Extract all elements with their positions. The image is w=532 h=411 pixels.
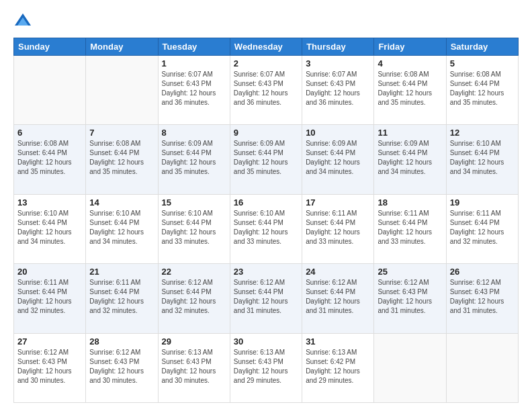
day-detail: Sunrise: 6:11 AM Sunset: 6:44 PM Dayligh… xyxy=(306,209,370,246)
calendar-cell: 30Sunrise: 6:13 AM Sunset: 6:43 PM Dayli… xyxy=(230,333,302,402)
calendar-cell: 12Sunrise: 6:10 AM Sunset: 6:44 PM Dayli… xyxy=(446,125,518,194)
header xyxy=(13,12,519,31)
day-number: 29 xyxy=(162,336,226,347)
day-number: 13 xyxy=(17,197,82,208)
calendar-cell: 24Sunrise: 6:12 AM Sunset: 6:44 PM Dayli… xyxy=(302,264,374,333)
day-detail: Sunrise: 6:07 AM Sunset: 6:43 PM Dayligh… xyxy=(162,70,226,107)
day-number: 11 xyxy=(378,128,442,138)
calendar-cell: 31Sunrise: 6:13 AM Sunset: 6:42 PM Dayli… xyxy=(302,333,374,402)
calendar-day-header: Thursday xyxy=(302,38,374,56)
day-detail: Sunrise: 6:09 AM Sunset: 6:44 PM Dayligh… xyxy=(306,139,370,177)
calendar-cell: 14Sunrise: 6:10 AM Sunset: 6:44 PM Dayli… xyxy=(86,194,158,263)
day-number: 15 xyxy=(162,197,226,208)
day-detail: Sunrise: 6:09 AM Sunset: 6:44 PM Dayligh… xyxy=(162,139,226,177)
calendar-cell: 8Sunrise: 6:09 AM Sunset: 6:44 PM Daylig… xyxy=(158,125,230,194)
calendar-cell xyxy=(86,56,158,125)
day-number: 12 xyxy=(450,128,515,138)
day-number: 21 xyxy=(89,267,154,277)
day-detail: Sunrise: 6:13 AM Sunset: 6:43 PM Dayligh… xyxy=(162,348,226,385)
day-detail: Sunrise: 6:08 AM Sunset: 6:44 PM Dayligh… xyxy=(89,139,154,177)
calendar-week-row: 27Sunrise: 6:12 AM Sunset: 6:43 PM Dayli… xyxy=(14,333,519,402)
calendar-header-row: SundayMondayTuesdayWednesdayThursdayFrid… xyxy=(14,38,519,56)
calendar-cell: 9Sunrise: 6:09 AM Sunset: 6:44 PM Daylig… xyxy=(230,125,302,194)
calendar-cell: 16Sunrise: 6:10 AM Sunset: 6:44 PM Dayli… xyxy=(230,194,302,263)
calendar-cell: 3Sunrise: 6:07 AM Sunset: 6:43 PM Daylig… xyxy=(302,56,374,125)
day-number: 20 xyxy=(17,267,82,277)
day-detail: Sunrise: 6:10 AM Sunset: 6:44 PM Dayligh… xyxy=(234,209,298,246)
calendar-week-row: 1Sunrise: 6:07 AM Sunset: 6:43 PM Daylig… xyxy=(14,56,519,125)
calendar-week-row: 13Sunrise: 6:10 AM Sunset: 6:44 PM Dayli… xyxy=(14,194,519,263)
day-number: 6 xyxy=(17,128,82,138)
day-detail: Sunrise: 6:10 AM Sunset: 6:44 PM Dayligh… xyxy=(89,209,154,246)
calendar-day-header: Sunday xyxy=(14,38,86,56)
calendar-cell: 6Sunrise: 6:08 AM Sunset: 6:44 PM Daylig… xyxy=(14,125,86,194)
day-detail: Sunrise: 6:13 AM Sunset: 6:42 PM Dayligh… xyxy=(306,348,370,385)
calendar-cell: 23Sunrise: 6:12 AM Sunset: 6:44 PM Dayli… xyxy=(230,264,302,333)
day-number: 28 xyxy=(89,336,154,347)
calendar-cell: 26Sunrise: 6:12 AM Sunset: 6:43 PM Dayli… xyxy=(446,264,518,333)
day-detail: Sunrise: 6:08 AM Sunset: 6:44 PM Dayligh… xyxy=(450,70,515,107)
day-detail: Sunrise: 6:12 AM Sunset: 6:43 PM Dayligh… xyxy=(378,278,442,316)
calendar-week-row: 6Sunrise: 6:08 AM Sunset: 6:44 PM Daylig… xyxy=(14,125,519,194)
calendar-cell xyxy=(446,333,518,402)
day-number: 4 xyxy=(378,58,442,68)
calendar-day-header: Wednesday xyxy=(230,38,302,56)
day-number: 10 xyxy=(306,128,370,138)
day-number: 30 xyxy=(234,336,298,347)
calendar-cell: 17Sunrise: 6:11 AM Sunset: 6:44 PM Dayli… xyxy=(302,194,374,263)
day-detail: Sunrise: 6:07 AM Sunset: 6:43 PM Dayligh… xyxy=(234,70,298,107)
day-detail: Sunrise: 6:11 AM Sunset: 6:44 PM Dayligh… xyxy=(89,278,154,316)
day-number: 7 xyxy=(89,128,154,138)
calendar-cell: 13Sunrise: 6:10 AM Sunset: 6:44 PM Dayli… xyxy=(14,194,86,263)
day-number: 17 xyxy=(306,197,370,208)
day-number: 27 xyxy=(17,336,82,347)
calendar-cell: 5Sunrise: 6:08 AM Sunset: 6:44 PM Daylig… xyxy=(446,56,518,125)
day-detail: Sunrise: 6:11 AM Sunset: 6:44 PM Dayligh… xyxy=(17,278,82,316)
day-detail: Sunrise: 6:09 AM Sunset: 6:44 PM Dayligh… xyxy=(234,139,298,177)
day-detail: Sunrise: 6:07 AM Sunset: 6:43 PM Dayligh… xyxy=(306,70,370,107)
calendar-day-header: Friday xyxy=(374,38,446,56)
calendar-cell: 28Sunrise: 6:12 AM Sunset: 6:43 PM Dayli… xyxy=(86,333,158,402)
calendar-week-row: 20Sunrise: 6:11 AM Sunset: 6:44 PM Dayli… xyxy=(14,264,519,333)
calendar-day-header: Tuesday xyxy=(158,38,230,56)
day-detail: Sunrise: 6:12 AM Sunset: 6:43 PM Dayligh… xyxy=(17,348,82,385)
calendar-day-header: Saturday xyxy=(446,38,518,56)
day-detail: Sunrise: 6:10 AM Sunset: 6:44 PM Dayligh… xyxy=(450,139,515,177)
day-number: 25 xyxy=(378,267,442,277)
day-number: 26 xyxy=(450,267,515,277)
day-number: 24 xyxy=(306,267,370,277)
day-detail: Sunrise: 6:13 AM Sunset: 6:43 PM Dayligh… xyxy=(234,348,298,385)
calendar-cell: 1Sunrise: 6:07 AM Sunset: 6:43 PM Daylig… xyxy=(158,56,230,125)
day-number: 3 xyxy=(306,58,370,68)
calendar-cell: 4Sunrise: 6:08 AM Sunset: 6:44 PM Daylig… xyxy=(374,56,446,125)
logo-icon xyxy=(13,12,32,31)
calendar-cell: 27Sunrise: 6:12 AM Sunset: 6:43 PM Dayli… xyxy=(14,333,86,402)
day-number: 9 xyxy=(234,128,298,138)
day-detail: Sunrise: 6:12 AM Sunset: 6:44 PM Dayligh… xyxy=(162,278,226,316)
day-detail: Sunrise: 6:12 AM Sunset: 6:43 PM Dayligh… xyxy=(450,278,515,316)
calendar-cell: 21Sunrise: 6:11 AM Sunset: 6:44 PM Dayli… xyxy=(86,264,158,333)
calendar-day-header: Monday xyxy=(86,38,158,56)
calendar-cell: 7Sunrise: 6:08 AM Sunset: 6:44 PM Daylig… xyxy=(86,125,158,194)
day-number: 5 xyxy=(450,58,515,68)
day-detail: Sunrise: 6:09 AM Sunset: 6:44 PM Dayligh… xyxy=(378,139,442,177)
page: SundayMondayTuesdayWednesdayThursdayFrid… xyxy=(0,0,532,411)
day-number: 14 xyxy=(89,197,154,208)
calendar-cell: 25Sunrise: 6:12 AM Sunset: 6:43 PM Dayli… xyxy=(374,264,446,333)
calendar-cell: 22Sunrise: 6:12 AM Sunset: 6:44 PM Dayli… xyxy=(158,264,230,333)
logo xyxy=(13,12,35,31)
day-detail: Sunrise: 6:08 AM Sunset: 6:44 PM Dayligh… xyxy=(378,70,442,107)
calendar-cell: 19Sunrise: 6:11 AM Sunset: 6:44 PM Dayli… xyxy=(446,194,518,263)
day-number: 16 xyxy=(234,197,298,208)
day-detail: Sunrise: 6:12 AM Sunset: 6:44 PM Dayligh… xyxy=(234,278,298,316)
day-number: 19 xyxy=(450,197,515,208)
day-detail: Sunrise: 6:10 AM Sunset: 6:44 PM Dayligh… xyxy=(162,209,226,246)
day-number: 18 xyxy=(378,197,442,208)
day-number: 22 xyxy=(162,267,226,277)
day-number: 1 xyxy=(162,58,226,68)
calendar-cell: 20Sunrise: 6:11 AM Sunset: 6:44 PM Dayli… xyxy=(14,264,86,333)
calendar-cell: 10Sunrise: 6:09 AM Sunset: 6:44 PM Dayli… xyxy=(302,125,374,194)
calendar-cell: 18Sunrise: 6:11 AM Sunset: 6:44 PM Dayli… xyxy=(374,194,446,263)
day-number: 8 xyxy=(162,128,226,138)
day-detail: Sunrise: 6:11 AM Sunset: 6:44 PM Dayligh… xyxy=(450,209,515,246)
